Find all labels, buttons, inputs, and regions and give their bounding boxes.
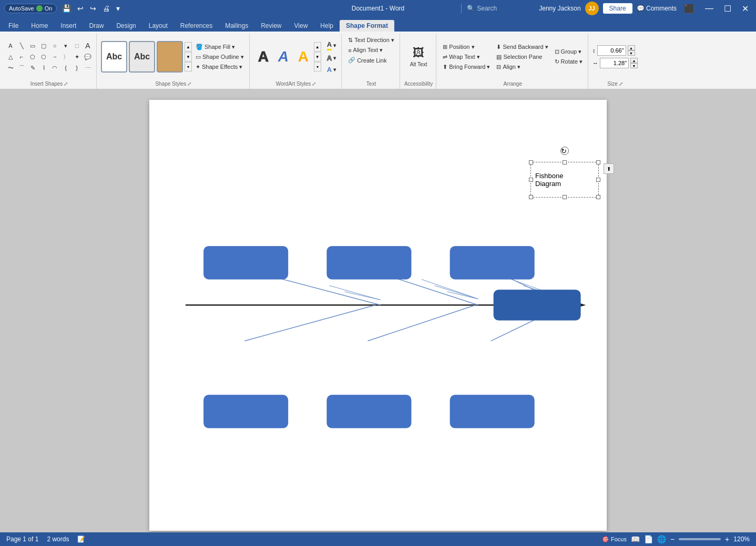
shape-styles-expand[interactable]: ⤢ — [187, 81, 191, 87]
curve-shape[interactable]: 〜 — [5, 63, 16, 73]
width-input[interactable] — [600, 58, 629, 68]
text-box-shape[interactable]: A — [5, 40, 16, 51]
more-shapes[interactable]: ▾ — [60, 40, 71, 51]
line-shape[interactable]: ╲ — [16, 40, 27, 51]
size-expand[interactable]: ⤢ — [619, 81, 623, 87]
pentagon-shape[interactable]: ⬠ — [27, 51, 38, 62]
tab-shape-format[interactable]: Shape Format — [340, 20, 394, 32]
shape-outline-button[interactable]: ▭ Shape Outline ▾ — [193, 53, 246, 61]
tab-file[interactable]: File — [2, 20, 25, 32]
close-button[interactable]: ✕ — [739, 4, 752, 14]
wordart-style-2[interactable]: A — [274, 42, 293, 71]
rounded-rect-shape[interactable]: ▢ — [38, 40, 49, 51]
bring-forward-button[interactable]: ⬆ Bring Forward ▾ — [441, 63, 492, 71]
comments-button[interactable]: 💬 Comments — [637, 5, 677, 12]
tab-review[interactable]: Review — [254, 20, 288, 32]
oval-shape[interactable]: ○ — [49, 40, 60, 51]
width-down[interactable]: ▼ — [630, 63, 638, 68]
zoom-slider[interactable] — [679, 538, 721, 540]
star-shape[interactable]: ✦ — [71, 51, 82, 62]
handle-tm[interactable] — [563, 160, 567, 164]
style-scroll-down[interactable]: ▼ — [185, 52, 192, 61]
text-outline-button[interactable]: A ▾ — [325, 53, 338, 63]
tab-home[interactable]: Home — [25, 20, 54, 32]
undo-button[interactable]: ↩ — [75, 3, 86, 14]
width-up[interactable]: ▲ — [630, 58, 638, 63]
handle-mr[interactable] — [596, 178, 600, 182]
height-down[interactable]: ▼ — [628, 50, 635, 56]
zoom-in-button[interactable]: + — [725, 535, 729, 543]
tab-references[interactable]: References — [174, 20, 219, 32]
focus-button[interactable]: 🎯 Focus — [602, 536, 627, 543]
freeform-shape[interactable]: ⌒ — [16, 63, 27, 73]
insert-shapes-expand[interactable]: ⤢ — [64, 81, 68, 87]
callout-shape[interactable]: 💬 — [83, 51, 93, 62]
save-button[interactable]: 💾 — [60, 3, 73, 14]
create-link-button[interactable]: 🔗 Create Link — [346, 56, 389, 65]
customize-qa-button[interactable]: ▾ — [114, 3, 122, 14]
wordart-style-1[interactable]: A — [254, 42, 273, 71]
layout-options-icon[interactable]: ⬆ — [604, 163, 614, 174]
handle-tr[interactable] — [596, 160, 600, 164]
share-button[interactable]: Share — [603, 3, 632, 14]
tab-view[interactable]: View — [288, 20, 314, 32]
selected-shape-box[interactable]: ↻ Fishbone Diagram ⬆ — [530, 162, 599, 198]
handle-bl[interactable] — [529, 195, 533, 199]
rect-shape[interactable]: ▭ — [27, 40, 38, 51]
search-input[interactable] — [477, 5, 529, 12]
redo-button[interactable]: ↪ — [88, 3, 98, 14]
web-layout-button[interactable]: 🌐 — [657, 535, 666, 543]
scribble-shape[interactable]: ✎ — [27, 63, 38, 73]
triangle-shape[interactable]: △ — [5, 51, 16, 62]
edit-points-btn[interactable]: ⋯ — [83, 63, 93, 73]
hexagon-shape[interactable]: ⬡ — [38, 51, 49, 62]
arrow-shape[interactable]: → — [49, 51, 60, 62]
print-layout-button[interactable]: 📄 — [644, 535, 653, 543]
shape-fill-button[interactable]: 🪣 Shape Fill ▾ — [193, 43, 246, 51]
height-up[interactable]: ▲ — [628, 45, 635, 50]
tab-layout[interactable]: Layout — [142, 20, 174, 32]
text-effects-button[interactable]: A ▾ — [325, 65, 338, 75]
maximize-button[interactable]: ☐ — [721, 4, 734, 14]
send-backward-button[interactable]: ⬇ Send Backward ▾ — [494, 43, 550, 51]
wordart-styles-expand[interactable]: ⤢ — [312, 81, 316, 87]
arc-shape[interactable]: ◠ — [49, 63, 60, 73]
handle-bm[interactable] — [563, 195, 567, 199]
tab-draw[interactable]: Draw — [83, 20, 110, 32]
text-direction-button[interactable]: ⇅ Text Direction ▾ — [346, 36, 396, 45]
text-fill-button[interactable]: A ▾ — [325, 39, 338, 51]
zoom-out-button[interactable]: − — [670, 535, 675, 543]
style-more[interactable]: ▾ — [185, 62, 192, 71]
read-mode-button[interactable]: 📖 — [631, 535, 640, 543]
tab-mailings[interactable]: Mailings — [219, 20, 254, 32]
wordart-more[interactable]: ▾ — [314, 62, 321, 71]
wrap-text-button[interactable]: ⇌ Wrap Text ▾ — [441, 53, 492, 61]
rotate-handle[interactable]: ↻ — [560, 147, 569, 155]
alt-text-button[interactable]: 🖼 Alt Text — [406, 43, 431, 70]
minimize-button[interactable]: — — [702, 4, 717, 13]
autosave-toggle[interactable]: AutoSave On — [4, 4, 57, 13]
style-scroll-up[interactable]: ▲ — [185, 42, 192, 51]
tab-design[interactable]: Design — [110, 20, 142, 32]
position-button[interactable]: ⊞ Position ▾ — [441, 43, 492, 51]
chevron-shape[interactable]: 〉 — [60, 51, 71, 62]
wordart-style-3[interactable]: A — [294, 42, 313, 71]
wordart-scroll-up[interactable]: ▲ — [314, 42, 321, 51]
align-text-button[interactable]: ≡ Align Text ▾ — [346, 46, 385, 55]
shape-style-1[interactable]: Abc — [101, 41, 127, 73]
right-angle-shape[interactable]: ⌐ — [16, 51, 27, 62]
tab-insert[interactable]: Insert — [54, 20, 83, 32]
selection-pane-button[interactable]: ▤ Selection Pane — [494, 53, 550, 61]
height-input[interactable] — [597, 45, 626, 56]
print-button[interactable]: 🖨 — [100, 3, 112, 14]
connector-shape[interactable]: ⌇ — [38, 63, 49, 73]
brace-shape[interactable]: } — [71, 63, 82, 73]
tab-help[interactable]: Help — [314, 20, 340, 32]
ribbon-display-button[interactable]: ⬛ — [681, 4, 698, 14]
handle-ml[interactable] — [529, 178, 533, 182]
handle-tl[interactable] — [529, 160, 533, 164]
rotate-button[interactable]: ↻ Rotate ▾ — [553, 57, 585, 66]
align-button[interactable]: ⊟ Align ▾ — [494, 63, 550, 71]
wordart-scroll-down[interactable]: ▼ — [314, 52, 321, 61]
shape-arrange-btn[interactable]: ⬚ — [71, 40, 82, 51]
